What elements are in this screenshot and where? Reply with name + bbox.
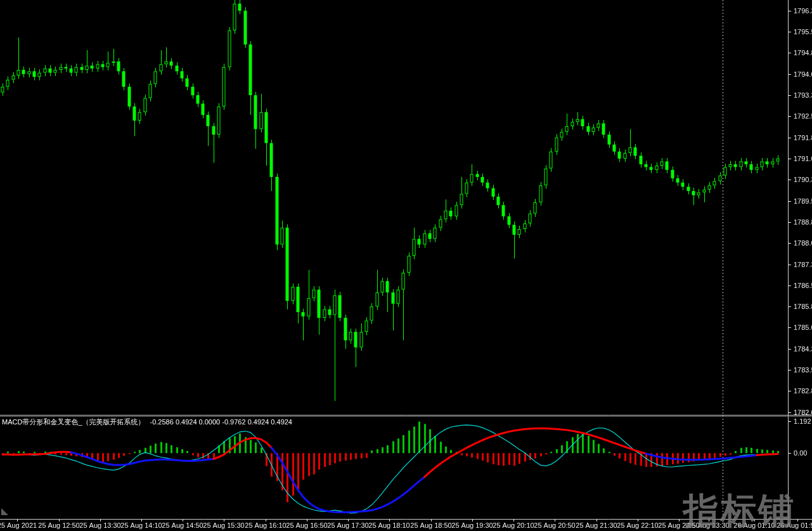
mt4-chart-window: MACD带分形和金叉变色_（完美版开拓系统）-0.2586 0.4924 0.0… <box>0 0 812 531</box>
time-axis[interactable] <box>0 519 812 531</box>
macd-indicator-pane[interactable] <box>0 417 788 519</box>
price-axis[interactable] <box>788 0 812 519</box>
main-price-pane[interactable] <box>0 0 788 415</box>
